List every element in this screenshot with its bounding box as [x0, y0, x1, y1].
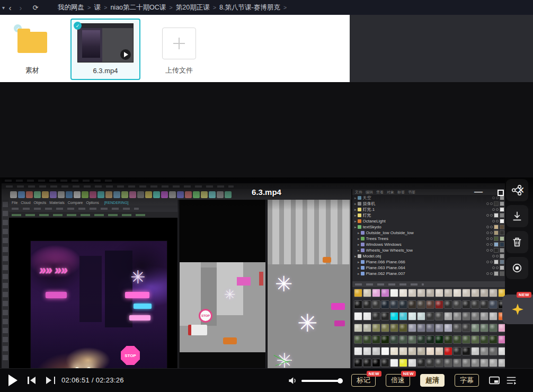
pin-button[interactable]: [502, 295, 533, 324]
material-swatch[interactable]: [417, 359, 425, 367]
material-swatch[interactable]: [444, 289, 452, 297]
material-swatch[interactable]: [480, 300, 488, 309]
material-swatch[interactable]: [390, 347, 398, 355]
material-swatch[interactable]: [444, 312, 452, 320]
volume-slider[interactable]: [301, 380, 342, 382]
material-swatch[interactable]: [381, 335, 389, 344]
object-row[interactable]: ▸Plane.066 Plane.066: [352, 259, 505, 265]
breadcrumb-item[interactable]: 我的网盘: [58, 3, 84, 12]
material-swatch[interactable]: [453, 300, 461, 309]
object-row[interactable]: ▸Plane.063 Plane.064: [352, 265, 505, 271]
material-swatch[interactable]: [435, 324, 443, 332]
material-swatch[interactable]: [498, 335, 505, 344]
material-swatch[interactable]: [390, 312, 398, 320]
subtitle-button[interactable]: 字幕: [455, 374, 479, 387]
folder-tile[interactable]: ✓ 素材: [10, 20, 55, 79]
material-swatch[interactable]: [480, 289, 488, 297]
previous-button[interactable]: [28, 376, 38, 385]
material-swatch[interactable]: [417, 324, 425, 332]
material-swatch[interactable]: [471, 312, 479, 320]
material-swatch[interactable]: [462, 347, 470, 355]
object-row[interactable]: ▸灯光.1: [352, 207, 505, 212]
material-swatch[interactable]: [435, 289, 443, 297]
material-swatch[interactable]: [417, 300, 425, 309]
material-swatch[interactable]: [399, 324, 407, 332]
material-swatch[interactable]: [489, 300, 498, 309]
object-row[interactable]: ▸Model.obj: [352, 253, 505, 259]
object-row[interactable]: ▸Trees Trees: [352, 236, 505, 242]
material-swatch[interactable]: [453, 359, 461, 367]
breadcrumb-item[interactable]: niao第二十期OC课: [110, 3, 166, 12]
material-swatch[interactable]: [408, 347, 416, 355]
material-swatch[interactable]: [417, 312, 425, 320]
material-swatch[interactable]: [435, 347, 443, 355]
material-swatch[interactable]: [417, 289, 425, 297]
material-swatch[interactable]: [489, 289, 498, 297]
material-swatch[interactable]: [426, 289, 434, 297]
video-checkbox[interactable]: ✓: [74, 22, 82, 30]
material-swatch[interactable]: [363, 289, 371, 297]
material-swatch[interactable]: [471, 335, 479, 344]
material-swatch[interactable]: [444, 347, 452, 355]
material-swatch[interactable]: [417, 335, 425, 344]
material-swatch[interactable]: [426, 335, 434, 344]
material-swatch[interactable]: [399, 312, 407, 320]
material-swatch[interactable]: [489, 359, 498, 367]
refresh-icon[interactable]: ⟳: [30, 4, 41, 12]
material-swatch[interactable]: [354, 324, 362, 332]
material-swatch[interactable]: [363, 359, 371, 367]
material-swatch[interactable]: [381, 289, 389, 297]
material-swatch[interactable]: [372, 300, 380, 309]
material-swatch[interactable]: [453, 312, 461, 320]
material-swatch[interactable]: [372, 347, 380, 355]
material-swatch[interactable]: [399, 300, 407, 309]
material-swatch[interactable]: [498, 347, 505, 355]
material-swatch[interactable]: [372, 289, 380, 297]
material-swatch[interactable]: [426, 300, 434, 309]
material-swatch[interactable]: [462, 359, 470, 367]
material-swatch[interactable]: [408, 359, 416, 367]
miniplayer-button[interactable]: [488, 375, 500, 388]
material-swatch[interactable]: [363, 324, 371, 332]
material-swatch[interactable]: [372, 312, 380, 320]
material-swatch[interactable]: [471, 359, 479, 367]
material-swatch[interactable]: [408, 335, 416, 344]
material-swatch[interactable]: [471, 324, 479, 332]
volume-icon[interactable]: [288, 376, 298, 388]
video-content[interactable]: FileCloudObjectsMaterialsCompareOptions[…: [2, 177, 505, 392]
material-swatch[interactable]: [417, 347, 425, 355]
material-swatch[interactable]: [498, 324, 505, 332]
material-swatch[interactable]: [453, 347, 461, 355]
material-swatch[interactable]: [489, 335, 498, 344]
breadcrumb-item[interactable]: 课: [94, 3, 101, 12]
material-swatch[interactable]: [498, 359, 505, 367]
back-button[interactable]: ‹: [5, 3, 15, 12]
material-swatch[interactable]: [462, 312, 470, 320]
material-swatch[interactable]: [444, 300, 452, 309]
material-swatch[interactable]: [390, 324, 398, 332]
material-swatch[interactable]: [363, 335, 371, 344]
material-swatch[interactable]: [408, 312, 416, 320]
material-swatch[interactable]: [390, 335, 398, 344]
material-swatch[interactable]: [462, 300, 470, 309]
mark-button[interactable]: 标记 NEW: [351, 374, 376, 387]
object-row[interactable]: ▸Wheels_low Wheels_low: [352, 247, 505, 253]
object-row[interactable]: ▸Plane.062 Plane.007: [352, 271, 505, 277]
material-swatch[interactable]: [354, 347, 362, 355]
material-swatch[interactable]: [480, 359, 488, 367]
object-row[interactable]: ▸Windows Windows: [352, 242, 505, 247]
share-button[interactable]: [506, 179, 528, 201]
breadcrumb-item[interactable]: 第20期正课: [176, 3, 210, 12]
breadcrumb-item[interactable]: 8.第八节课-赛博朋克: [219, 3, 280, 12]
material-swatch[interactable]: [453, 324, 461, 332]
material-swatch[interactable]: [435, 359, 443, 367]
next-button[interactable]: [45, 376, 55, 385]
playlist-button[interactable]: [505, 375, 517, 388]
delete-button[interactable]: [506, 231, 528, 253]
material-swatch[interactable]: [399, 359, 407, 367]
material-swatch[interactable]: [408, 289, 416, 297]
forward-button[interactable]: ›: [15, 3, 26, 12]
quality-button[interactable]: 超清: [420, 374, 445, 387]
material-swatch[interactable]: [381, 359, 389, 367]
material-swatch[interactable]: [354, 312, 362, 320]
